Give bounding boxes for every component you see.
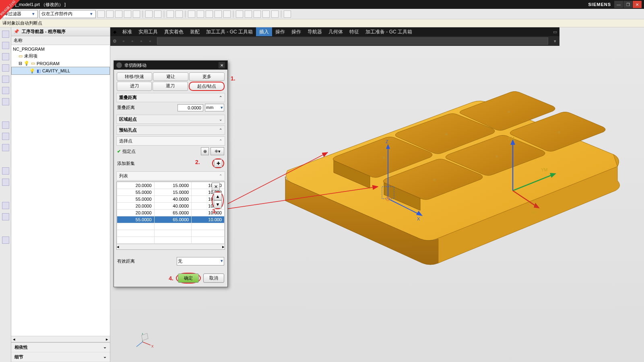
ok-button[interactable]: 确定 (178, 274, 199, 283)
overlap-unit-select[interactable]: mm▾ (205, 104, 224, 111)
menu-item[interactable]: 标准 (119, 27, 135, 36)
menu-item[interactable]: 插入 (256, 27, 272, 36)
add-new-set-button[interactable]: ✚ (214, 159, 222, 167)
tree-cavity-mill[interactable]: 💡◧CAVITY_MILL (11, 67, 110, 75)
close-button[interactable]: ✕ (633, 1, 642, 8)
cmd-icon[interactable]: ▫ (137, 37, 146, 45)
minimize-button[interactable]: — (614, 1, 623, 8)
program-tree[interactable]: NC_PROGRAM ▭未用项 ⊟💡▭PROGRAM 💡◧CAVITY_MILL (11, 45, 110, 336)
menu-item[interactable]: 加工工具 - GC 工具箱 (203, 27, 256, 36)
tool-icon[interactable] (223, 10, 231, 18)
tab-start-drill[interactable]: 起点/钻点 (189, 82, 225, 91)
tool-icon[interactable] (206, 10, 213, 18)
restore-button[interactable]: ❐ (623, 1, 632, 8)
tool-icon[interactable] (106, 10, 114, 18)
pin-icon[interactable]: 📌 (14, 29, 19, 34)
menu-item[interactable]: 几何体 (325, 27, 346, 36)
cancel-button[interactable]: 取消 (203, 274, 224, 283)
resource-icon[interactable] (2, 237, 9, 244)
point-constructor-button[interactable]: ⊕ (201, 147, 209, 155)
menu-item[interactable]: 操作 (288, 27, 304, 36)
resource-icon[interactable] (2, 179, 9, 186)
tab-retract[interactable]: 退刀 (153, 82, 188, 91)
dialog-close-button[interactable]: ✕ (219, 62, 225, 68)
resource-icon[interactable] (2, 133, 9, 140)
dialog-titlebar[interactable]: 非切削移动 ✕ (114, 61, 227, 70)
menu-item[interactable]: 实用工具 (135, 27, 161, 36)
tool-icon[interactable] (154, 10, 161, 18)
cmd-icon[interactable]: ▫ (119, 37, 128, 45)
gear-icon[interactable]: ⚙ (110, 37, 119, 45)
table-row[interactable]: 20.000065.000010.000 (117, 210, 225, 216)
table-hscroll[interactable]: ◂▸ (117, 244, 225, 249)
table-row[interactable]: 55.000040.000010.000 (117, 196, 225, 203)
cmd-icon[interactable]: ▫ (128, 37, 137, 45)
resource-icon[interactable] (2, 31, 9, 38)
tool-icon[interactable] (115, 10, 122, 18)
graphics-viewport[interactable]: ◆ 标准实用工具真实着色装配加工工具 - GC 工具箱插入操作操作导航器几何体特… (110, 27, 644, 362)
resource-icon[interactable] (2, 42, 9, 49)
gear-icon[interactable] (116, 62, 122, 68)
tab-more[interactable]: 更多 (189, 72, 225, 81)
command-input[interactable] (157, 37, 548, 45)
tree-unused[interactable]: ▭未用项 (11, 52, 110, 60)
menu-item[interactable]: 真实着色 (161, 27, 187, 36)
resource-icon[interactable] (2, 76, 9, 83)
tree-program[interactable]: ⊟💡▭PROGRAM (11, 60, 110, 67)
tool-icon[interactable] (175, 10, 183, 18)
move-down-button[interactable]: ▼ (214, 200, 222, 208)
nav-hscroll[interactable]: ◂▸ (11, 336, 110, 342)
tool-icon[interactable] (197, 10, 204, 18)
resource-icon[interactable] (2, 167, 9, 175)
scope-select[interactable]: 仅在工作部件内▾ (39, 10, 96, 18)
resource-icon[interactable] (2, 202, 9, 209)
tool-icon[interactable] (271, 10, 279, 18)
menu-item[interactable]: 加工准备 - GC 工具箱 (362, 27, 415, 36)
tool-icon[interactable] (254, 10, 261, 18)
region-start-section[interactable]: 区域起点⌄ (116, 115, 225, 124)
resource-icon[interactable] (2, 98, 9, 105)
points-table[interactable]: 20.000015.000010.00055.000015.000010.000… (116, 181, 225, 250)
menu-item[interactable]: 装配 (187, 27, 203, 36)
tool-icon[interactable] (215, 10, 222, 18)
table-row[interactable]: 55.000015.000010.000 (117, 189, 225, 196)
menu-dock-icon[interactable]: ▭ (551, 27, 559, 36)
tool-icon[interactable] (97, 10, 105, 18)
tool-icon[interactable] (236, 10, 243, 18)
resource-icon[interactable] (2, 144, 9, 151)
move-up-button[interactable]: ▲ (214, 192, 222, 200)
resource-icon[interactable] (2, 213, 9, 220)
overlap-input[interactable] (178, 104, 203, 111)
tool-icon[interactable] (145, 10, 153, 18)
tab-engage[interactable]: 进刀 (117, 82, 152, 91)
tool-icon[interactable] (188, 10, 195, 18)
dependency-section[interactable]: 相依性⌄ (11, 343, 110, 352)
tree-root[interactable]: NC_PROGRAM (11, 46, 110, 52)
effective-distance-select[interactable]: 无▾ (177, 257, 224, 265)
menu-item[interactable]: 操作 (272, 27, 288, 36)
tool-icon[interactable] (262, 10, 270, 18)
table-row[interactable]: 20.000015.000010.000 (117, 182, 225, 189)
list-section[interactable]: 列表⌃ (116, 171, 225, 181)
point-dropdown-button[interactable]: ⁜▾ (211, 147, 224, 155)
resource-icon[interactable] (2, 121, 9, 129)
resource-icon[interactable] (2, 64, 9, 72)
menu-corner-icon[interactable]: ◆ (110, 27, 119, 36)
tool-icon[interactable] (245, 10, 252, 18)
delete-row-button[interactable]: ✕ (212, 183, 220, 191)
resource-icon[interactable] (2, 87, 9, 94)
select-point-section[interactable]: 选择点⌃ (116, 136, 225, 146)
resource-icon[interactable] (2, 53, 9, 60)
tool-icon[interactable] (167, 10, 174, 18)
tool-icon[interactable] (284, 10, 291, 18)
cmd-icon[interactable]: ▫ (146, 37, 155, 45)
tool-icon[interactable] (133, 10, 140, 18)
details-section[interactable]: 细节⌄ (11, 352, 110, 362)
tab-avoid[interactable]: 避让 (153, 72, 188, 81)
menu-item[interactable]: 特征 (346, 27, 362, 36)
cmd-dd-icon[interactable]: ▾ (551, 37, 559, 45)
table-row[interactable]: 20.000040.000010.000 (117, 203, 225, 210)
overlap-section[interactable]: 重叠距离⌃ (116, 93, 225, 102)
menu-item[interactable]: 导航器 (304, 27, 325, 36)
table-row[interactable]: 55.000065.000010.000 (117, 216, 225, 223)
